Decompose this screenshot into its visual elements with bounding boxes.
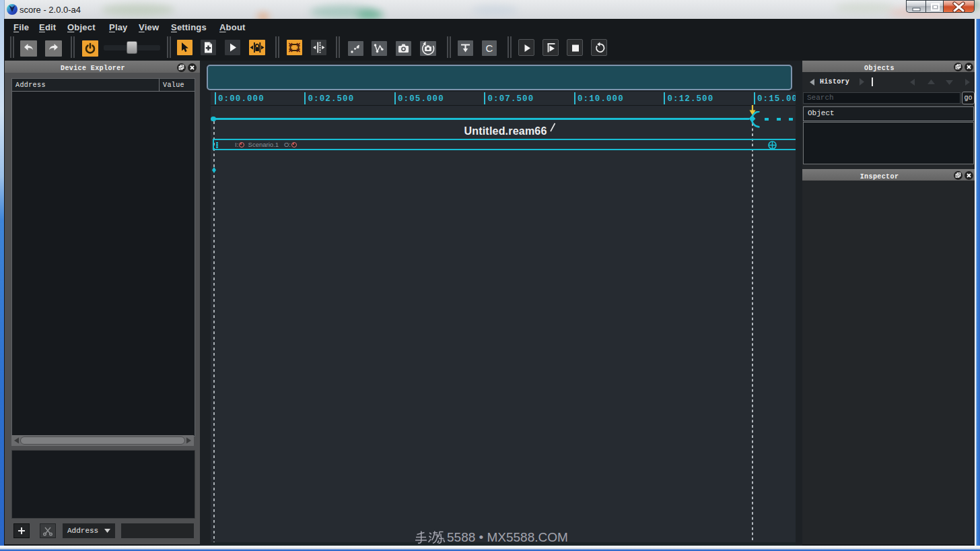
svg-text:C: C (485, 42, 493, 54)
svg-text:5588 • MX5588.COM: 5588 • MX5588.COM (447, 530, 568, 544)
